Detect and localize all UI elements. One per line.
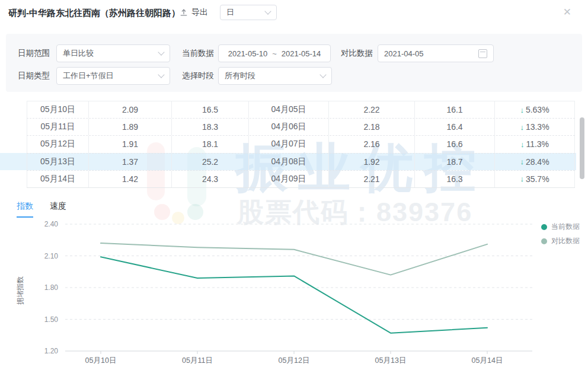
change-value: 5.63%	[526, 105, 549, 114]
table-row[interactable]: 05月14日1.4224.304月09日2.2116.3↓35.7%	[27, 171, 575, 188]
filter-panel: 日期范围 单日比较 当前数据 2021-05-10 ~ 2021-05-14 对…	[6, 34, 582, 92]
table-cell: 04月09日	[249, 171, 329, 187]
table-cell: 18.1	[172, 136, 249, 152]
table-scrollbar-thumb[interactable]	[580, 117, 584, 179]
calendar-icon	[478, 49, 487, 58]
legend-item[interactable]: 对比数据	[541, 236, 580, 246]
table-cell: 2.21	[329, 171, 415, 187]
y-tick-label: 2.10	[44, 252, 59, 260]
table-cell: 16.1	[415, 101, 495, 118]
chevron-down-icon	[158, 71, 164, 78]
chevron-down-icon	[319, 71, 326, 78]
date-type-value: 工作日+节假日	[63, 71, 114, 81]
table-cell: 25.2	[172, 154, 249, 170]
table-cell: 2.16	[329, 136, 415, 152]
page-title: 研判-中华路东北往西南（苏州路往朝阳路）	[8, 8, 180, 19]
change-cell: ↓5.63%	[495, 101, 575, 118]
y-axis-title: 拥堵指数	[16, 276, 24, 305]
table-cell: 1.89	[89, 119, 172, 135]
table-cell: 1.91	[89, 136, 172, 152]
table-cell: 16.5	[172, 101, 249, 118]
table-row[interactable]: 05月13日1.3725.204月08日1.9218.7↓28.4%	[27, 154, 575, 171]
table-cell: 04月07日	[249, 136, 329, 152]
legend-label: 对比数据	[551, 236, 580, 246]
date-type-label: 日期类型	[18, 67, 50, 85]
upload-icon	[180, 8, 188, 17]
chart-tabs: 指数 速度	[17, 201, 66, 218]
change-value: 11.3%	[526, 139, 549, 149]
table-cell: 05月10日	[27, 101, 89, 118]
table-cell: 04月06日	[249, 119, 329, 135]
tab-index[interactable]: 指数	[17, 201, 33, 218]
table-cell: 1.92	[329, 154, 415, 170]
x-tick-label: 05月13日	[375, 356, 407, 365]
change-value: 28.4%	[526, 157, 549, 167]
table-cell: 1.42	[89, 171, 172, 187]
close-icon[interactable]: ✕	[563, 7, 571, 17]
table-cell: 2.09	[89, 101, 172, 118]
arrow-down-icon: ↓	[520, 157, 524, 166]
change-cell: ↓35.7%	[495, 171, 575, 187]
range-separator: ~	[272, 49, 277, 58]
current-date-range-input[interactable]: 2021-05-10 ~ 2021-05-14	[218, 44, 331, 62]
time-period-value: 所有时段	[225, 71, 255, 81]
table-cell: 04月08日	[249, 154, 329, 170]
change-cell: ↓13.3%	[495, 119, 575, 135]
table-cell: 05月11日	[27, 119, 89, 135]
date-range-select[interactable]: 单日比较	[56, 44, 170, 62]
legend-dot-icon	[541, 224, 547, 230]
date-range-label: 日期范围	[18, 44, 50, 62]
traffic-analysis-panel: 研判-中华路东北往西南（苏州路往朝阳路） 导出 日 ✕ 日期范围 单日比较 当前…	[0, 0, 588, 370]
table-cell: 24.3	[172, 171, 249, 187]
table-cell: 16.6	[415, 136, 495, 152]
date-range-value: 单日比较	[63, 48, 94, 59]
table-row[interactable]: 05月12日1.9118.104月07日2.1616.6↓11.3%	[27, 136, 575, 153]
change-value: 13.3%	[526, 122, 549, 132]
time-period-label: 选择时段	[182, 67, 214, 85]
x-tick-label: 05月10日	[85, 356, 117, 365]
date-type-select[interactable]: 工作日+节假日	[56, 67, 170, 85]
export-label: 导出	[191, 7, 208, 18]
table-cell: 04月05日	[249, 101, 329, 118]
table-cell: 18.7	[415, 154, 495, 170]
table-row[interactable]: 05月10日2.0916.504月05日2.2216.1↓5.63%	[27, 101, 575, 119]
tab-speed[interactable]: 速度	[50, 201, 66, 218]
arrow-down-icon: ↓	[520, 174, 524, 183]
period-select[interactable]: 日	[220, 5, 277, 20]
table-cell: 1.37	[89, 154, 172, 170]
current-start-date: 2021-05-10	[228, 49, 268, 58]
index-trend-chart: 2.402.101.801.501.2005月10日05月11日05月12日05…	[0, 219, 588, 370]
y-tick-label: 1.20	[44, 347, 59, 355]
change-value: 35.7%	[526, 174, 549, 184]
table-cell: 05月14日	[27, 171, 89, 187]
chevron-down-icon	[158, 49, 164, 55]
table-cell: 18.3	[172, 119, 249, 135]
change-cell: ↓28.4%	[495, 154, 575, 170]
compare-date-value: 2021-04-05	[384, 49, 424, 58]
chevron-down-icon	[264, 8, 271, 14]
compare-data-label: 对比数据	[341, 44, 373, 62]
compare-date-input[interactable]: 2021-04-05	[378, 44, 494, 62]
arrow-down-icon: ↓	[520, 123, 524, 132]
y-tick-label: 2.40	[44, 220, 59, 228]
x-tick-label: 05月12日	[279, 356, 310, 365]
change-cell: ↓11.3%	[495, 136, 575, 152]
arrow-down-icon: ↓	[520, 106, 524, 114]
watermark-logo-teal-dot	[187, 204, 203, 220]
y-tick-label: 1.50	[44, 315, 59, 324]
table-cell: 16.3	[415, 171, 495, 187]
legend-item[interactable]: 当前数据	[541, 222, 580, 232]
table-cell: 05月12日	[27, 136, 89, 152]
chart-legend: 当前数据对比数据	[541, 222, 580, 246]
current-data-label: 当前数据	[182, 44, 214, 62]
comparison-table: 05月10日2.0916.504月05日2.2216.1↓5.63%05月11日…	[27, 101, 575, 188]
export-button[interactable]: 导出	[180, 7, 208, 18]
table-row[interactable]: 05月11日1.8918.304月06日2.1816.4↓13.3%	[27, 119, 575, 136]
legend-label: 当前数据	[551, 222, 580, 232]
x-tick-label: 05月11日	[182, 356, 213, 365]
period-select-value: 日	[226, 7, 234, 18]
series-line-当前数据[interactable]	[101, 257, 487, 333]
time-period-select[interactable]: 所有时段	[218, 67, 332, 85]
current-end-date: 2021-05-14	[282, 49, 321, 58]
table-cell: 2.18	[329, 119, 415, 135]
